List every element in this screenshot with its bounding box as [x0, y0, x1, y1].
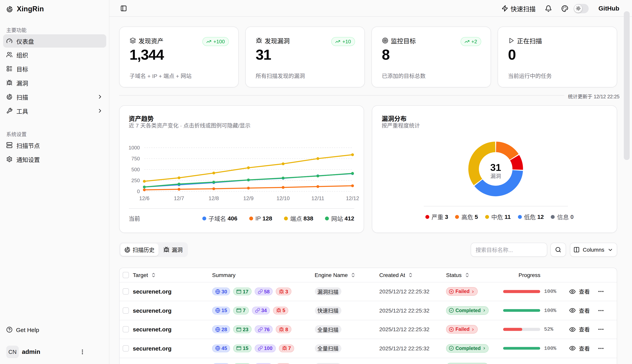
- svg-text:500: 500: [131, 166, 140, 172]
- svg-text:0: 0: [137, 188, 140, 194]
- svg-text:750: 750: [131, 156, 140, 162]
- svg-text:12/6: 12/6: [139, 196, 149, 201]
- svg-text:12/10: 12/10: [276, 196, 290, 201]
- svg-text:31: 31: [490, 162, 501, 173]
- svg-text:12/11: 12/11: [311, 196, 324, 201]
- svg-text:12/7: 12/7: [174, 196, 184, 201]
- svg-text:12/12: 12/12: [346, 196, 359, 201]
- svg-text:12/8: 12/8: [208, 196, 219, 201]
- svg-text:12/9: 12/9: [243, 196, 254, 201]
- svg-text:250: 250: [131, 178, 140, 183]
- svg-text:漏洞: 漏洞: [490, 174, 501, 179]
- svg-text:1000: 1000: [128, 145, 140, 150]
